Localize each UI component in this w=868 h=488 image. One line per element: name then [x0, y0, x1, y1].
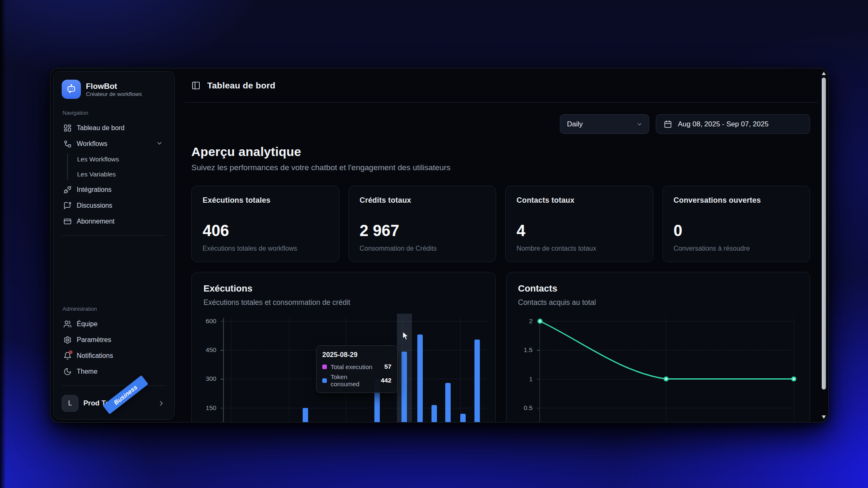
gridline	[541, 408, 794, 408]
brand-name: FlowBot	[86, 81, 142, 91]
main-area: Tableau de bord Daily	[175, 68, 828, 422]
y-axis	[539, 318, 540, 423]
chat-bubble-icon	[63, 201, 72, 210]
stat-caption: Conversations à résoudre	[674, 245, 750, 252]
bar-token-consumed[interactable]	[431, 405, 437, 423]
flowbot-logo-icon	[62, 80, 81, 99]
sidebar-item-theme[interactable]: Theme	[61, 364, 167, 380]
bar-token-consumed[interactable]	[303, 408, 308, 423]
stat-card-credits: Crédits totaux 2 967 Consommation de Cré…	[349, 186, 497, 262]
data-point[interactable]	[537, 319, 542, 324]
dashboard-icon	[63, 124, 72, 132]
stat-value: 406	[203, 222, 229, 240]
window-scrollbar[interactable]	[821, 71, 827, 420]
bar-token-consumed[interactable]	[474, 340, 480, 423]
sidebar-item-discussions[interactable]: Discussions	[61, 198, 167, 214]
gridline	[225, 408, 487, 408]
stat-caption: Exécutions totales de workflows	[203, 245, 297, 252]
tooltip-label: Total execution	[331, 363, 372, 370]
data-point-center	[793, 378, 795, 380]
sidebar-item-dashboard[interactable]: Tableau de bord	[61, 120, 167, 136]
app-window: FlowBot Créateur de workflows Navigation…	[50, 68, 829, 423]
bar-token-consumed[interactable]	[417, 335, 423, 423]
sidebar-item-subscription[interactable]: Abonnement	[61, 214, 167, 229]
bell-icon	[63, 352, 72, 360]
brand: FlowBot Créateur de workflows	[61, 80, 167, 99]
gear-icon	[63, 336, 72, 344]
plan-badge: Business	[103, 375, 148, 415]
sidebar-item-label: Theme	[77, 368, 98, 375]
data-point[interactable]	[663, 377, 668, 382]
sidebar-item-notifications[interactable]: Notifications	[61, 348, 167, 364]
granularity-value: Daily	[567, 120, 583, 128]
stat-title: Crédits totaux	[360, 196, 485, 205]
page-header: Tableau de bord	[185, 68, 818, 103]
panel-left-icon[interactable]	[191, 81, 201, 90]
credit-card-icon	[63, 217, 72, 226]
overview-subtitle: Suivez les performances de votre chatbot…	[191, 163, 810, 172]
tooltip-row: Total execution 57	[322, 363, 391, 370]
scroll-up-arrow-icon[interactable]	[822, 72, 826, 75]
sidebar-item-label: Intégrations	[77, 186, 112, 194]
sidebar-divider	[62, 235, 166, 236]
stat-title: Exécutions totales	[203, 196, 328, 205]
plug-icon	[63, 186, 72, 194]
tooltip-label: Token consumed	[331, 373, 377, 387]
sidebar-item-workflows[interactable]: Workflows	[61, 136, 167, 152]
date-range-button[interactable]: Aug 08, 2025 - Sep 07, 2025	[656, 114, 810, 134]
workspace-switcher[interactable]: L Prod Test Business	[61, 392, 167, 413]
chart-subtitle: Contacts acquis au total	[518, 298, 798, 307]
axis-tick	[537, 350, 539, 351]
sidebar-item-settings[interactable]: Paramètres	[61, 332, 167, 348]
content: Daily Aug 08, 2025 - Sep 07, 2025	[175, 114, 828, 423]
scrollbar-thumb[interactable]	[822, 78, 826, 390]
y-tick-label: 1	[529, 375, 535, 383]
sidebar: FlowBot Créateur de workflows Navigation…	[53, 71, 175, 420]
stat-card-contacts: Contacts totaux 4 Nombre de contacts tot…	[505, 186, 653, 262]
scroll-down-arrow-icon[interactable]	[822, 415, 826, 419]
stat-title: Contacts totaux	[517, 196, 642, 205]
stat-card-executions: Exécutions totales 406 Exécutions totale…	[191, 186, 339, 262]
bar-token-consumed[interactable]	[401, 352, 407, 423]
axis-tick	[537, 321, 539, 322]
sidebar-item-label: Workflows	[77, 140, 108, 148]
sidebar-subitem-les-variables[interactable]: Les Variables	[75, 167, 167, 182]
sidebar-item-label: Tableau de bord	[77, 124, 125, 132]
data-point[interactable]	[791, 377, 796, 382]
bar-token-consumed[interactable]	[445, 383, 451, 423]
y-tick-label: 150	[206, 404, 219, 412]
y-tick-label: 450	[206, 346, 219, 354]
sidebar-item-team[interactable]: Équipe	[61, 316, 167, 332]
contacts-line-chart[interactable]: 21.510.5	[539, 312, 794, 423]
workflow-icon	[63, 140, 72, 148]
charts-row: Exécutions Exécutions totales et consomm…	[191, 272, 810, 423]
controls-row: Daily Aug 08, 2025 - Sep 07, 2025	[191, 114, 810, 134]
users-icon	[63, 320, 72, 328]
y-tick-label: 300	[206, 375, 219, 382]
chart-title: Exécutions	[203, 283, 484, 294]
y-tick-label: 0.5	[524, 404, 535, 412]
gridline	[541, 350, 794, 350]
gridline-vertical	[794, 318, 794, 423]
granularity-select[interactable]: Daily	[560, 114, 649, 134]
workspace-name: Prod Test	[83, 399, 115, 408]
moon-icon	[63, 367, 72, 376]
y-tick-label: 2	[529, 317, 535, 325]
axis-tick	[221, 321, 223, 322]
sidebar-item-integrations[interactable]: Intégrations	[61, 182, 167, 198]
workspace-avatar: L	[62, 395, 78, 412]
workflows-submenu: Les Workflows Les Variables	[67, 152, 167, 182]
stat-cards: Exécutions totales 406 Exécutions totale…	[191, 186, 810, 262]
chevron-down-icon	[636, 121, 643, 128]
sidebar-subitem-les-workflows[interactable]: Les Workflows	[75, 152, 167, 167]
chart-tooltip: 2025-08-29 Total execution 57 Token cons…	[316, 345, 398, 393]
y-axis	[223, 318, 224, 423]
sidebar-item-label: Paramètres	[77, 336, 111, 344]
gridline	[541, 321, 794, 322]
y-tick-label: 1.5	[524, 346, 535, 354]
stat-caption: Nombre de contacts totaux	[517, 245, 596, 252]
data-point-center	[665, 378, 667, 380]
date-range-value: Aug 08, 2025 - Sep 07, 2025	[678, 120, 768, 128]
bar-token-consumed[interactable]	[460, 414, 466, 423]
y-tick-label: 600	[206, 317, 219, 325]
